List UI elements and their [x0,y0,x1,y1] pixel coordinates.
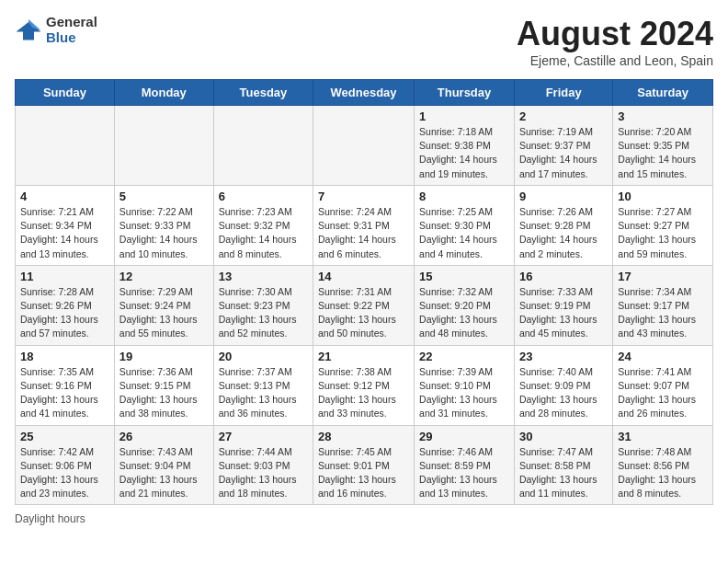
table-row: 31Sunrise: 7:48 AM Sunset: 8:56 PM Dayli… [613,425,713,505]
day-number: 10 [618,190,708,203]
table-row: 29Sunrise: 7:46 AM Sunset: 8:59 PM Dayli… [415,425,515,505]
day-number: 24 [618,350,708,363]
table-row: 3Sunrise: 7:20 AM Sunset: 9:35 PM Daylig… [613,106,713,186]
table-row [114,106,213,186]
logo-text: General Blue [46,15,97,45]
day-info-text: Sunrise: 7:40 AM Sunset: 9:09 PM Dayligh… [519,365,608,421]
logo-general: General [46,15,97,30]
day-number: 17 [618,270,708,283]
calendar-week-row: 25Sunrise: 7:42 AM Sunset: 9:06 PM Dayli… [16,425,713,505]
day-info-text: Sunrise: 7:39 AM Sunset: 9:10 PM Dayligh… [419,365,509,421]
day-info-text: Sunrise: 7:45 AM Sunset: 9:01 PM Dayligh… [318,445,409,501]
day-number: 26 [119,430,209,443]
table-row: 15Sunrise: 7:32 AM Sunset: 9:20 PM Dayli… [415,265,515,345]
footer-note: Daylight hours [15,512,713,525]
day-number: 21 [318,350,409,363]
day-number: 3 [618,109,708,123]
day-info-text: Sunrise: 7:25 AM Sunset: 9:30 PM Dayligh… [419,205,509,261]
table-row: 21Sunrise: 7:38 AM Sunset: 9:12 PM Dayli… [313,345,415,425]
table-row: 14Sunrise: 7:31 AM Sunset: 9:22 PM Dayli… [313,265,415,345]
table-row: 22Sunrise: 7:39 AM Sunset: 9:10 PM Dayli… [415,345,515,425]
table-row: 23Sunrise: 7:40 AM Sunset: 9:09 PM Dayli… [514,345,612,425]
calendar-week-row: 4Sunrise: 7:21 AM Sunset: 9:34 PM Daylig… [16,185,713,265]
day-info-text: Sunrise: 7:46 AM Sunset: 8:59 PM Dayligh… [419,445,509,501]
day-number: 2 [519,109,608,123]
day-info-text: Sunrise: 7:23 AM Sunset: 9:32 PM Dayligh… [219,205,308,261]
table-row [16,106,115,186]
day-info-text: Sunrise: 7:48 AM Sunset: 8:56 PM Dayligh… [618,445,708,501]
day-of-week-header: Friday [514,80,612,106]
day-info-text: Sunrise: 7:41 AM Sunset: 9:07 PM Dayligh… [618,365,708,421]
day-number: 27 [219,430,308,443]
table-row: 17Sunrise: 7:34 AM Sunset: 9:17 PM Dayli… [613,265,713,345]
day-of-week-header: Saturday [613,80,713,106]
table-row: 5Sunrise: 7:22 AM Sunset: 9:33 PM Daylig… [114,185,213,265]
day-info-text: Sunrise: 7:43 AM Sunset: 9:04 PM Dayligh… [119,445,209,501]
day-number: 28 [318,430,409,443]
day-number: 19 [119,350,209,363]
day-info-text: Sunrise: 7:32 AM Sunset: 9:20 PM Dayligh… [419,285,509,341]
day-info-text: Sunrise: 7:24 AM Sunset: 9:31 PM Dayligh… [318,205,409,261]
day-info-text: Sunrise: 7:27 AM Sunset: 9:27 PM Dayligh… [618,205,708,261]
table-row: 1Sunrise: 7:18 AM Sunset: 9:38 PM Daylig… [415,106,515,186]
day-info-text: Sunrise: 7:22 AM Sunset: 9:33 PM Dayligh… [119,205,209,261]
day-of-week-header: Wednesday [313,80,415,106]
table-row: 25Sunrise: 7:42 AM Sunset: 9:06 PM Dayli… [16,425,115,505]
day-info-text: Sunrise: 7:28 AM Sunset: 9:26 PM Dayligh… [20,285,109,341]
day-info-text: Sunrise: 7:33 AM Sunset: 9:19 PM Dayligh… [519,285,608,341]
day-info-text: Sunrise: 7:37 AM Sunset: 9:13 PM Dayligh… [219,365,308,421]
title-block: August 2024 Ejeme, Castille and Leon, Sp… [517,15,713,68]
day-number: 29 [419,430,509,443]
day-info-text: Sunrise: 7:20 AM Sunset: 9:35 PM Dayligh… [618,125,708,181]
calendar-week-row: 1Sunrise: 7:18 AM Sunset: 9:38 PM Daylig… [16,106,713,186]
table-row: 16Sunrise: 7:33 AM Sunset: 9:19 PM Dayli… [514,265,612,345]
logo-bird-icon [15,17,42,44]
day-number: 23 [519,350,608,363]
day-number: 6 [219,190,308,203]
day-info-text: Sunrise: 7:26 AM Sunset: 9:28 PM Dayligh… [519,205,608,261]
table-row: 8Sunrise: 7:25 AM Sunset: 9:30 PM Daylig… [415,185,515,265]
calendar-header-row: SundayMondayTuesdayWednesdayThursdayFrid… [16,80,713,106]
day-number: 4 [20,190,109,203]
day-info-text: Sunrise: 7:34 AM Sunset: 9:17 PM Dayligh… [618,285,708,341]
day-info-text: Sunrise: 7:31 AM Sunset: 9:22 PM Dayligh… [318,285,409,341]
day-number: 31 [618,430,708,443]
table-row: 7Sunrise: 7:24 AM Sunset: 9:31 PM Daylig… [313,185,415,265]
day-number: 8 [419,190,509,203]
table-row: 20Sunrise: 7:37 AM Sunset: 9:13 PM Dayli… [213,345,313,425]
day-of-week-header: Monday [114,80,213,106]
table-row: 4Sunrise: 7:21 AM Sunset: 9:34 PM Daylig… [16,185,115,265]
day-number: 1 [419,109,509,123]
table-row [213,106,313,186]
day-info-text: Sunrise: 7:38 AM Sunset: 9:12 PM Dayligh… [318,365,409,421]
day-number: 20 [219,350,308,363]
day-number: 9 [519,190,608,203]
table-row: 26Sunrise: 7:43 AM Sunset: 9:04 PM Dayli… [114,425,213,505]
table-row: 6Sunrise: 7:23 AM Sunset: 9:32 PM Daylig… [213,185,313,265]
day-number: 5 [119,190,209,203]
location-subtitle: Ejeme, Castille and Leon, Spain [517,53,713,68]
day-info-text: Sunrise: 7:44 AM Sunset: 9:03 PM Dayligh… [219,445,308,501]
logo: General Blue [15,15,97,45]
day-number: 18 [20,350,109,363]
table-row: 27Sunrise: 7:44 AM Sunset: 9:03 PM Dayli… [213,425,313,505]
day-number: 22 [419,350,509,363]
table-row: 11Sunrise: 7:28 AM Sunset: 9:26 PM Dayli… [16,265,115,345]
svg-marker-0 [17,22,41,40]
day-info-text: Sunrise: 7:35 AM Sunset: 9:16 PM Dayligh… [20,365,109,421]
day-of-week-header: Thursday [415,80,515,106]
day-number: 13 [219,270,308,283]
day-of-week-header: Tuesday [213,80,313,106]
day-number: 14 [318,270,409,283]
calendar-week-row: 11Sunrise: 7:28 AM Sunset: 9:26 PM Dayli… [16,265,713,345]
table-row: 13Sunrise: 7:30 AM Sunset: 9:23 PM Dayli… [213,265,313,345]
table-row [313,106,415,186]
calendar-table: SundayMondayTuesdayWednesdayThursdayFrid… [15,79,713,505]
daylight-label: Daylight hours [15,512,85,525]
day-info-text: Sunrise: 7:30 AM Sunset: 9:23 PM Dayligh… [219,285,308,341]
day-number: 30 [519,430,608,443]
table-row: 24Sunrise: 7:41 AM Sunset: 9:07 PM Dayli… [613,345,713,425]
day-of-week-header: Sunday [16,80,115,106]
day-number: 25 [20,430,109,443]
month-year-title: August 2024 [517,15,713,53]
